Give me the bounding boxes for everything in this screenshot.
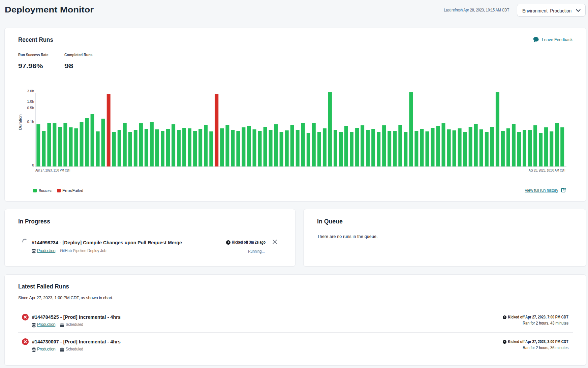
svg-text:0.1h: 0.1h: [27, 120, 34, 124]
svg-text:Apr 27, 2023, 1:00 PM CDT: Apr 27, 2023, 1:00 PM CDT: [35, 168, 71, 172]
svg-text:0.5h: 0.5h: [27, 106, 34, 110]
svg-text:3.0h: 3.0h: [27, 89, 34, 93]
svg-text:0: 0: [32, 163, 34, 167]
svg-text:Duration: Duration: [18, 114, 22, 130]
svg-text:Apr 28, 2023, 10:00 AM CDT: Apr 28, 2023, 10:00 AM CDT: [529, 168, 566, 172]
svg-text:1.0h: 1.0h: [27, 99, 34, 103]
